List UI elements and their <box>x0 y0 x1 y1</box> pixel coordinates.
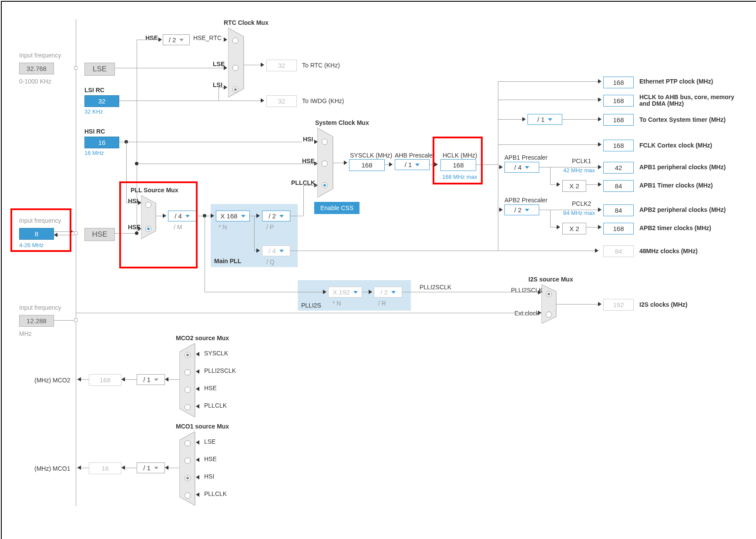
usb48-value: 84 <box>603 245 634 257</box>
clock-configuration-diagram: Input frequency 32.768 0-1000 KHz LSE LS… <box>1 1 756 539</box>
mco1-radio-3[interactable] <box>185 492 191 499</box>
lse-input-value[interactable]: 32.768 <box>19 63 54 74</box>
mco1-mux-title: MCO1 source Mux <box>176 423 229 430</box>
apb1-periph-label: APB1 peripheral clocks (MHz) <box>639 164 726 171</box>
mco2-radio-1[interactable] <box>185 369 191 375</box>
mco1-in-2: HSI <box>204 473 214 480</box>
mco2-radio-0[interactable] <box>185 352 191 358</box>
plli2s-title: PLLI2S <box>301 302 321 309</box>
sysclk-pllclk-radio[interactable] <box>322 182 328 188</box>
rtc-mux-hse-radio[interactable] <box>232 37 239 44</box>
hse-input-label: Input frequency <box>19 217 61 224</box>
i2s-mux-in2: Ext.clock <box>514 310 539 317</box>
i2s-input-value[interactable]: 12.288 <box>19 315 54 327</box>
mco2-in-1: PLLI2SCLK <box>204 367 236 374</box>
plli2s-div-r[interactable]: / 2 <box>374 287 402 298</box>
svg-marker-3 <box>541 285 556 324</box>
hse-source-box: HSE <box>84 228 115 241</box>
pll-div-q[interactable]: / 4 <box>262 245 290 256</box>
apb2-prescaler[interactable]: / 2 <box>504 204 539 215</box>
apb2-periph-label: APB2 peripheral clocks (MHz) <box>639 206 726 213</box>
mco2-label: (MHz) MCO2 <box>34 377 70 384</box>
hclk-max: 168 MHz max <box>442 174 477 180</box>
mco2-in-0: SYSCLK <box>204 350 228 357</box>
mco1-radio-1[interactable] <box>185 458 191 464</box>
hclk-label: HCLK (MHz) <box>443 152 477 159</box>
mco1-radio-2[interactable] <box>185 475 191 481</box>
sysclk-mux-title: System Clock Mux <box>315 119 369 126</box>
i2s-mux-ext-radio[interactable] <box>546 311 552 318</box>
rtc-mux[interactable] <box>228 28 250 97</box>
pclk1-label: PCLK1 <box>572 157 591 164</box>
rtc-mux-lse-radio[interactable] <box>232 65 239 71</box>
pll-div-p[interactable]: / 2 <box>262 211 290 221</box>
lse-input-label: Input frequency <box>19 52 61 59</box>
hse-input-value[interactable]: 8 <box>19 228 54 240</box>
plli2s-r-sub: / R <box>378 300 386 307</box>
hclk-value[interactable]: 168 <box>440 159 476 171</box>
plli2s-mult-n[interactable]: X 192 <box>328 287 362 298</box>
rtc-hse-label: HSE <box>145 34 158 41</box>
sysclk-label: SYSCLK (MHz) <box>350 152 392 159</box>
hsi-value: 16 <box>84 137 119 148</box>
usb48-label: 48MHz clocks (MHz) <box>639 248 698 254</box>
ahb-prescaler[interactable]: / 1 <box>395 159 430 170</box>
hsi-sub: 16 MHz <box>84 150 104 156</box>
pll-div-m[interactable]: / 4 <box>168 211 196 221</box>
ahb-prescaler-label: AHB Prescaler <box>395 152 435 159</box>
i2s-mux-pll-radio[interactable] <box>546 291 552 297</box>
pll-source-mux[interactable] <box>141 195 160 239</box>
pll-mult-n[interactable]: X 168 <box>216 211 250 221</box>
i2s-clock-value: 192 <box>603 299 634 311</box>
mco2-radio-2[interactable] <box>185 387 191 393</box>
mco1-value: 16 <box>89 462 121 474</box>
pll-div-m-sub: / M <box>174 224 182 231</box>
mco2-radio-3[interactable] <box>185 404 191 410</box>
pclk2-max: 84 MHz max <box>563 210 595 216</box>
sysclk-hsi-radio[interactable] <box>322 139 328 145</box>
eth-ptp-label: Ethernet PTP clock (MHz) <box>639 78 713 85</box>
mco1-in-3: PLLCLK <box>204 490 227 497</box>
rtc-mux-lsi-radio[interactable] <box>232 87 239 93</box>
apb1-prescaler[interactable]: / 4 <box>504 162 539 173</box>
pll-n-sub: * N <box>218 224 227 231</box>
apb2-timer-label: APB2 timer clocks (MHz) <box>639 224 711 231</box>
mco2-value: 168 <box>89 374 121 386</box>
cortex-sys-prescaler[interactable]: / 1 <box>528 114 562 125</box>
rtc-lsi-label: LSI <box>213 81 222 88</box>
apb1-timer-value: 84 <box>603 180 634 192</box>
eth-ptp-value: 168 <box>603 77 634 88</box>
i2s-input-unit: MHz <box>19 330 32 337</box>
to-rtc-label: To RTC (KHz) <box>302 62 340 69</box>
enable-css-button[interactable]: Enable CSS <box>314 202 360 214</box>
pclk2-label: PCLK2 <box>572 200 591 207</box>
mco1-div[interactable]: / 1 <box>137 462 165 473</box>
rtc-lse-label: LSE <box>213 60 225 67</box>
apb1-prescaler-label: APB1 Prescaler <box>504 154 548 161</box>
fclk-label: FCLK Cortex clock (MHz) <box>639 142 712 149</box>
pll-source-hse-radio[interactable] <box>145 226 151 232</box>
mco1-radio-0[interactable] <box>185 440 191 446</box>
mco2-mux-title: MCO2 source Mux <box>176 335 229 341</box>
rtc-hse-div[interactable]: / 2 <box>163 34 190 45</box>
sysclk-value[interactable]: 168 <box>349 159 385 171</box>
pll-source-hsi-radio[interactable] <box>145 202 151 208</box>
sysclk-hse-radio[interactable] <box>322 161 328 167</box>
lsi-sub: 32 KHz <box>84 108 103 115</box>
pclk1-max: 42 MHz max <box>563 167 595 174</box>
rtc-hse-rtc-label: HSE_RTC <box>193 34 222 41</box>
pll-q-sub: / Q <box>266 258 275 265</box>
i2s-clock-label: I2S clocks (MHz) <box>639 301 687 308</box>
to-rtc-value: 32 <box>266 60 297 71</box>
apb1-periph-value: 42 <box>603 162 634 174</box>
plli2sclk-label: PLLI2SCLK <box>420 284 451 291</box>
apb2-prescaler-label: APB2 Prescaler <box>504 197 548 204</box>
to-iwdg-value: 32 <box>266 95 297 107</box>
hclk-ahb-value: 168 <box>603 95 634 107</box>
lsi-value: 32 <box>84 95 119 107</box>
pll-p-sub: / P <box>266 224 274 231</box>
hse-input-range: 4-26 MHz <box>19 242 44 248</box>
to-iwdg-label: To IWDG (KHz) <box>302 97 344 104</box>
mco2-div[interactable]: / 1 <box>137 374 165 385</box>
plli2s-n-sub: * N <box>333 300 341 307</box>
